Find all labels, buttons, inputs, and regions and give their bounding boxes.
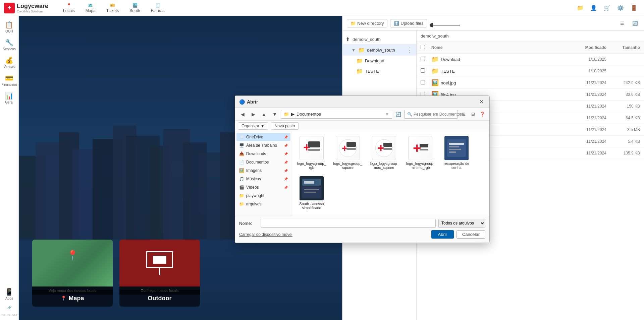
nav-item-faturas[interactable]: 🧾 Faturas	[147, 2, 169, 14]
tree-dots-menu[interactable]: ⋮	[406, 46, 412, 54]
col-checkbox-header[interactable]	[421, 45, 431, 51]
dlg-sidebar-musicas[interactable]: 🎵 Músicas 📌	[236, 175, 290, 183]
dialog-help-btn[interactable]: ❓	[478, 110, 487, 119]
file-modified-4: 11/21/2024	[559, 104, 606, 109]
dialog-back-btn[interactable]: ◀	[238, 110, 247, 119]
dialog-recent-btn[interactable]: ▼	[270, 110, 279, 119]
tree-item-root[interactable]: ▼ 📁 demolw_south ⋮	[343, 44, 416, 56]
file-modified-8: 11/21/2024	[559, 151, 606, 155]
dlg-sidebar-videos[interactable]: 🎬 Vídeos 📌	[236, 183, 290, 191]
dlg-file-logo-max-square[interactable]: + logo_logycgroup-max_square	[367, 134, 401, 172]
dialog-forward-btn[interactable]: ▶	[249, 110, 258, 119]
dlg-sidebar-playwright[interactable]: 📁 playwright	[236, 192, 290, 200]
nav-item-locais[interactable]: 📍 Locais	[59, 2, 79, 14]
nav-logout-btn[interactable]: 🚪	[628, 2, 640, 14]
dialog-body: ☁️ OneDrive 📌 🖥️ Área de Trabalho 📌 📥 Do…	[235, 131, 489, 216]
dlg-file-logo-square[interactable]: + logo_logycgroup_square	[331, 134, 365, 172]
sidebar-item-apps[interactable]: 📱 Apps	[1, 286, 18, 302]
fm-menu-btn[interactable]: ☰	[617, 18, 627, 28]
dlg-sidebar-area-trabalho[interactable]: 🖥️ Área de Trabalho 📌	[236, 141, 290, 149]
dialog-mobile-btn[interactable]: Carregar do dispositivo móvel	[239, 232, 292, 237]
dlg-file-recuperacao[interactable]: recuperação de senha	[440, 134, 473, 172]
dialog-cancel-btn[interactable]: Cancelar	[457, 230, 485, 239]
fm-upload-button[interactable]: ⬆️ Upload files	[390, 19, 427, 27]
file-row[interactable]: 🖼️ noel.jpg 11/21/2024 242.9 KB	[417, 77, 644, 89]
map-card-footer-mapa: 📍 Mapa	[32, 290, 113, 307]
dialog-open-btn[interactable]: Abrir	[431, 230, 454, 239]
dialog-name-row: Nome: Todos os arquivos	[239, 219, 485, 228]
map-card-mapa[interactable]: 📍 📍 Mapa Veja mapa dos nossos locais	[32, 240, 113, 307]
nav-settings-btn[interactable]: ⚙️	[614, 2, 627, 14]
musicas-icon: 🎵	[239, 177, 244, 181]
file-modified-1: 1/10/2025	[559, 69, 606, 73]
dialog-files-area: + logo_logycgroup_rgb +	[292, 131, 489, 216]
sidebar-footer-link[interactable]: 🔗	[1, 304, 18, 311]
dialog-search-bar[interactable]: 🔍	[404, 110, 458, 119]
dlg-file-logo-minimo-rgb[interactable]: + logo_logycgroup-minimo_rgb	[404, 134, 437, 172]
dlg-file-logo-rgb[interactable]: + logo_logycgroup_rgb	[295, 134, 328, 172]
dialog-organizar-btn[interactable]: Organizar ▼	[238, 122, 268, 130]
nav-cart-btn[interactable]: 🛒	[601, 2, 613, 14]
dialog-address-bar[interactable]: 📁 ▶ Documentos ▼	[281, 110, 392, 119]
onedrive-icon: ☁️	[239, 135, 244, 139]
col-modified-header[interactable]: Modificado	[559, 45, 606, 50]
nav-folders-btn[interactable]: 📁	[574, 2, 586, 14]
svg-rect-43	[304, 192, 316, 193]
nav-item-mapa[interactable]: 🗺️ Mapa	[82, 2, 100, 14]
file-checkbox-1[interactable]	[421, 68, 425, 73]
dialog-nova-pasta-btn[interactable]: Nova pasta	[271, 122, 299, 130]
link-icon: 🔗	[7, 306, 11, 309]
dialog-name-input[interactable]	[261, 219, 436, 228]
dialog-view-details-btn[interactable]: ⊟	[469, 110, 477, 119]
logo[interactable]: + Logycware Credibility Solutions	[4, 3, 48, 13]
tree-item-download[interactable]: 📁 Download	[343, 56, 416, 66]
file-checkbox-0[interactable]	[421, 57, 425, 61]
file-row[interactable]: 📁 TESTE 1/10/2025	[417, 65, 644, 77]
dialog-up-btn[interactable]: ▲	[259, 110, 269, 119]
map-label: Mapa	[68, 295, 84, 302]
videos-icon: 🎬	[239, 185, 244, 190]
file-checkbox-2[interactable]	[421, 80, 425, 84]
map-pin-label-icon: 📍	[61, 296, 66, 301]
servicos-icon: 🔧	[5, 39, 13, 47]
dialog-view-list-btn[interactable]: ⊞	[459, 110, 468, 119]
col-name-header[interactable]: Nome	[431, 45, 559, 50]
dlg-sidebar-onedrive[interactable]: ☁️ OneDrive 📌	[236, 133, 290, 141]
playwright-icon: 📁	[239, 193, 244, 198]
sidebar-item-vendas[interactable]: 💰 Vendas	[1, 54, 18, 71]
left-sidebar: 📋 OOH 🔧 Servicos 💰 Vendas 💳 Financeiro 📊…	[0, 16, 19, 320]
dialog-close-button[interactable]: ✕	[477, 98, 485, 106]
dlg-sidebar-documentos[interactable]: 📄 Documentos 📌	[236, 158, 290, 166]
dlg-file-south-acesso[interactable]: South - acesso simplificado	[295, 174, 328, 212]
tree-item-teste[interactable]: 📁 TESTE	[343, 66, 416, 76]
nav-user-btn[interactable]: 👤	[588, 2, 600, 14]
fm-refresh-btn[interactable]: 🔄	[630, 18, 640, 28]
nav-item-south[interactable]: 🏙️ South	[125, 2, 144, 14]
fm-tree-back-btn[interactable]: ⬆ demolw_south	[343, 34, 416, 44]
svg-rect-18	[308, 141, 320, 147]
dlg-sidebar-downloads[interactable]: 📥 Downloads 📌	[236, 150, 290, 158]
map-card-outdoor[interactable]: Outdoor Conheça nossos locais	[119, 240, 200, 307]
sidebar-item-ooh[interactable]: 📋 OOH	[1, 19, 18, 35]
organizar-chevron-icon: ▼	[261, 124, 265, 128]
dlg-sidebar-arquivos[interactable]: 📁 arquivos	[236, 200, 290, 208]
fm-new-dir-button[interactable]: 📁 New directory	[347, 19, 387, 27]
file-name-2: noel.jpg	[441, 80, 559, 85]
dialog-type-select[interactable]: Todos os arquivos	[438, 219, 485, 228]
file-icon-2: 🖼️	[431, 79, 441, 86]
sidebar-item-servicos[interactable]: 🔧 Servicos	[1, 37, 18, 53]
sidebar-item-geral[interactable]: 📊 Geral	[1, 90, 18, 106]
nav-item-tickets[interactable]: 🎫 Tickets	[102, 2, 123, 14]
dlg-sidebar-imagens[interactable]: 🖼️ Imagens 📌	[236, 167, 290, 175]
col-size-header[interactable]: Tamanho	[606, 45, 640, 50]
sidebar-item-financeiro[interactable]: 💳 Financeiro	[1, 72, 18, 88]
tickets-icon: 🎫	[110, 3, 115, 8]
dlg-thumb-logo-rgb: +	[300, 136, 324, 160]
select-all-checkbox[interactable]	[421, 45, 425, 49]
dialog-search-input[interactable]	[414, 112, 464, 117]
address-folder-icon: 📁	[284, 112, 289, 117]
docs-pin: 📌	[284, 161, 288, 164]
dialog-refresh-address-btn[interactable]: 🔄	[393, 110, 403, 119]
svg-rect-23	[346, 148, 356, 150]
file-row[interactable]: 📁 Download 1/10/2025	[417, 54, 644, 65]
